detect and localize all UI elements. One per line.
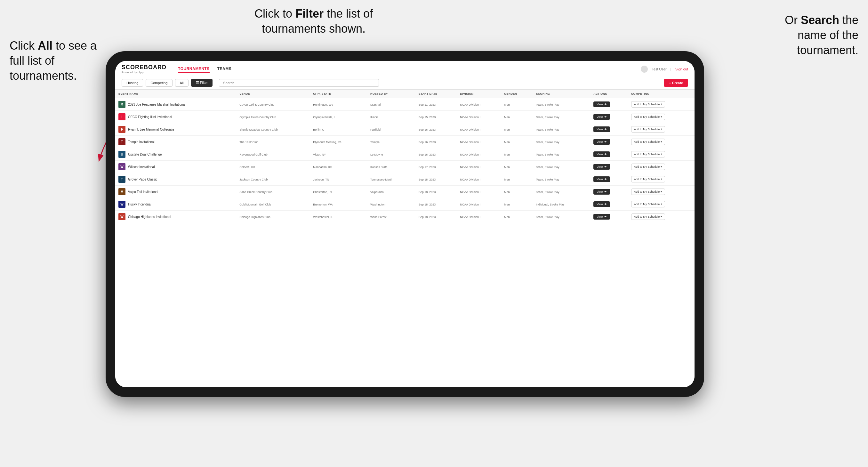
cell-gender-8: Men — [501, 198, 533, 211]
cell-competing-9: Add to My Schedule + — [628, 211, 694, 223]
add-schedule-button-6[interactable]: Add to My Schedule + — [631, 176, 665, 182]
cell-date-0: Sep 11, 2023 — [415, 98, 457, 111]
cell-division-2: NCAA Division I — [457, 123, 501, 136]
annotation-top-right: Or Search thename of thetournament. — [737, 13, 859, 58]
cell-division-8: NCAA Division I — [457, 198, 501, 211]
cell-competing-4: Add to My Schedule + — [628, 148, 694, 161]
header-right: Test User | Sign out — [641, 66, 688, 73]
view-button-8[interactable]: View 👁 — [593, 201, 610, 207]
event-name-text-0: 2023 Joe Feaganes Marshall Invitational — [128, 103, 186, 106]
col-competing: COMPETING — [628, 90, 694, 98]
view-button-2[interactable]: View 👁 — [593, 126, 610, 132]
table-row: W Wildcat Invitational Colbert Hills Man… — [115, 161, 694, 173]
cell-division-1: NCAA Division I — [457, 111, 501, 123]
cell-city-1: Olympia Fields, IL — [310, 111, 367, 123]
events-table-container: EVENT NAME VENUE CITY, STATE HOSTED BY S… — [115, 90, 694, 387]
event-name-text-8: Husky Individual — [128, 203, 151, 206]
cell-venue-4: Ravenwood Golf Club — [236, 148, 310, 161]
user-avatar — [641, 66, 648, 73]
events-table: EVENT NAME VENUE CITY, STATE HOSTED BY S… — [115, 90, 694, 223]
cell-scoring-4: Team, Stroke Play — [533, 148, 590, 161]
logo-sub: Powered by clippi — [122, 71, 166, 74]
add-schedule-button-5[interactable]: Add to My Schedule + — [631, 163, 665, 170]
cell-date-2: Sep 16, 2023 — [415, 123, 457, 136]
cell-date-7: Sep 18, 2023 — [415, 186, 457, 198]
cell-competing-0: Add to My Schedule + — [628, 98, 694, 111]
hosting-button[interactable]: Hosting — [122, 79, 143, 87]
view-button-1[interactable]: View 👁 — [593, 114, 610, 120]
cell-event-name-2: F Ryan T. Lee Memorial Collegiate — [115, 123, 236, 136]
team-logo-1: I — [118, 113, 125, 120]
cell-actions-8: View 👁 — [590, 198, 628, 211]
view-button-7[interactable]: View 👁 — [593, 189, 610, 195]
filter-bar: Hosting Competing All ☰ Filter + Create — [115, 76, 694, 90]
add-schedule-button-3[interactable]: Add to My Schedule + — [631, 138, 665, 145]
add-schedule-button-2[interactable]: Add to My Schedule + — [631, 126, 665, 132]
cell-hosted-9: Wake Forest — [367, 211, 415, 223]
nav-tab-teams[interactable]: TEAMS — [217, 65, 232, 73]
team-logo-0: M — [118, 101, 125, 108]
search-input[interactable] — [219, 79, 379, 87]
sign-out-link[interactable]: Sign out — [675, 67, 688, 71]
cell-venue-2: Shuttle Meadow Country Club — [236, 123, 310, 136]
create-button[interactable]: + Create — [664, 79, 688, 87]
logo: SCOREBOARD Powered by clippi — [122, 64, 166, 74]
add-schedule-button-8[interactable]: Add to My Schedule + — [631, 201, 665, 208]
view-button-0[interactable]: View 👁 — [593, 101, 610, 107]
event-name-text-6: Grover Page Classic — [128, 178, 157, 181]
view-button-6[interactable]: View 👁 — [593, 176, 610, 182]
all-button[interactable]: All — [175, 79, 188, 87]
cell-venue-5: Colbert Hills — [236, 161, 310, 173]
view-button-5[interactable]: View 👁 — [593, 164, 610, 169]
team-logo-9: W — [118, 213, 125, 220]
cell-actions-1: View 👁 — [590, 111, 628, 123]
cell-scoring-0: Team, Stroke Play — [533, 98, 590, 111]
tablet-frame: SCOREBOARD Powered by clippi TOURNAMENTS… — [105, 51, 704, 397]
cell-division-3: NCAA Division I — [457, 136, 501, 148]
col-venue: VENUE — [236, 90, 310, 98]
view-button-4[interactable]: View 👁 — [593, 151, 610, 157]
cell-gender-3: Men — [501, 136, 533, 148]
nav-tab-tournaments[interactable]: TOURNAMENTS — [178, 65, 210, 73]
cell-event-name-9: W Chicago Highlands Invitational — [115, 211, 236, 223]
cell-gender-2: Men — [501, 123, 533, 136]
cell-division-0: NCAA Division I — [457, 98, 501, 111]
filter-icon: ☰ — [196, 81, 200, 85]
cell-competing-8: Add to My Schedule + — [628, 198, 694, 211]
view-button-3[interactable]: View 👁 — [593, 139, 610, 145]
cell-gender-9: Men — [501, 211, 533, 223]
event-name-text-7: Valpo Fall Invitational — [128, 190, 158, 194]
add-schedule-button-1[interactable]: Add to My Schedule + — [631, 114, 665, 120]
eye-icon-9: 👁 — [604, 215, 607, 218]
table-row: T Temple Invitational The 1912 Club Plym… — [115, 136, 694, 148]
table-row: W Husky Individual Gold Mountain Golf Cl… — [115, 198, 694, 211]
cell-venue-9: Chicago Highlands Club — [236, 211, 310, 223]
cell-event-name-8: W Husky Individual — [115, 198, 236, 211]
add-schedule-button-9[interactable]: Add to My Schedule + — [631, 214, 665, 220]
col-scoring: SCORING — [533, 90, 590, 98]
col-hosted-by: HOSTED BY — [367, 90, 415, 98]
eye-icon-2: 👁 — [604, 128, 607, 131]
cell-date-4: Sep 16, 2023 — [415, 148, 457, 161]
cell-event-name-0: M 2023 Joe Feaganes Marshall Invitationa… — [115, 98, 236, 111]
eye-icon-8: 👁 — [604, 203, 607, 206]
cell-competing-5: Add to My Schedule + — [628, 161, 694, 173]
cell-actions-9: View 👁 — [590, 211, 628, 223]
add-schedule-button-4[interactable]: Add to My Schedule + — [631, 151, 665, 157]
cell-city-6: Jackson, TN — [310, 173, 367, 186]
filter-button[interactable]: ☰ Filter — [191, 79, 213, 87]
cell-actions-5: View 👁 — [590, 161, 628, 173]
cell-venue-7: Sand Creek Country Club — [236, 186, 310, 198]
cell-competing-6: Add to My Schedule + — [628, 173, 694, 186]
col-actions: ACTIONS — [590, 90, 628, 98]
cell-competing-2: Add to My Schedule + — [628, 123, 694, 136]
view-button-9[interactable]: View 👁 — [593, 214, 610, 220]
table-row: T Grover Page Classic Jackson Country Cl… — [115, 173, 694, 186]
cell-date-9: Sep 18, 2023 — [415, 211, 457, 223]
add-schedule-button-0[interactable]: Add to My Schedule + — [631, 101, 665, 107]
competing-button[interactable]: Competing — [146, 79, 172, 87]
add-schedule-button-7[interactable]: Add to My Schedule + — [631, 189, 665, 195]
event-name-text-4: Upstate Dual Challenge — [128, 153, 162, 156]
cell-venue-6: Jackson Country Club — [236, 173, 310, 186]
col-city-state: CITY, STATE — [310, 90, 367, 98]
